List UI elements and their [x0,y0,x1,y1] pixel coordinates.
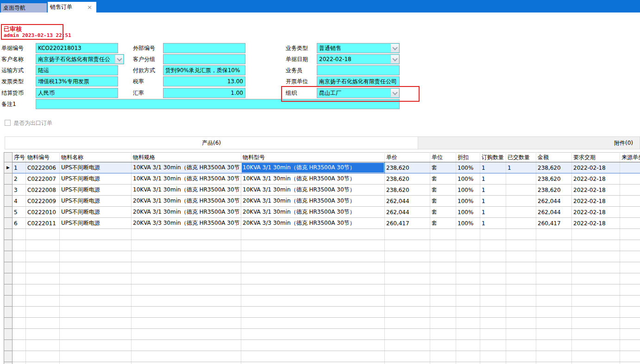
column-header[interactable]: 物料编号 [26,153,60,162]
cell-model[interactable]: 20KVA 3/3 30min（德克 HR3500A 30节） [241,218,385,229]
cell-code[interactable]: C0222011 [26,218,60,229]
doc-no-input[interactable]: KCO220218013 [36,43,118,53]
business-type-dropdown-button[interactable] [390,44,399,52]
cell-no[interactable]: 2 [13,173,26,185]
cell-unit[interactable]: 套 [430,218,456,229]
column-header[interactable]: 已交数量 [506,153,536,162]
row-selector[interactable] [4,207,13,218]
invoice-type-input[interactable]: 增值税13%专用发票 [36,76,118,86]
cell-discount[interactable]: 100% [456,196,480,207]
tab-attachments[interactable]: 附件(0) [418,136,640,149]
salesman-input[interactable] [317,65,400,75]
business-type-combo[interactable]: 普通销售 [317,43,400,53]
column-header[interactable]: 金额 [536,153,572,162]
cell-spec[interactable]: 20KVA 3/3 30min（德克 HR3500A 30节） [132,218,241,229]
cell-code[interactable]: C0222008 [26,185,60,196]
column-header[interactable]: 单价 [385,153,430,162]
cell-delivered[interactable]: 1 [506,162,536,173]
cell-name[interactable]: UPS不间断电源 [60,218,132,229]
currency-input[interactable]: 人民币 [36,88,118,98]
invoice-unit-input[interactable]: 南京扬子石化炼化有限责任公司 [317,76,400,86]
row-selector[interactable] [4,351,13,362]
row-selector[interactable] [4,284,13,296]
row-selector[interactable] [4,229,13,240]
cell-qty[interactable]: 1 [480,185,506,196]
row-selector[interactable] [4,362,13,364]
cell-delivered[interactable] [506,218,536,229]
cell-model[interactable]: 20KVA 3/1 30min（德克 HR3500A 30节） [241,207,385,218]
cell-amount[interactable]: 260,417 [536,218,572,229]
cell-source[interactable] [620,185,640,196]
exchange-rate-input[interactable]: 1.00 [163,88,245,98]
cell-due[interactable]: 2022-02-18 [572,162,620,173]
row-selector[interactable] [4,251,13,262]
cell-amount[interactable]: 262,044 [536,196,572,207]
customer-group-input[interactable] [163,54,245,64]
cell-due[interactable]: 2022-02-18 [572,173,620,185]
cell-no[interactable]: 4 [13,196,26,207]
cell-due[interactable]: 2022-02-18 [572,207,620,218]
cell-name[interactable]: UPS不间断电源 [60,185,132,196]
column-header[interactable]: 单位 [430,153,456,162]
column-header[interactable]: 来源单类 [620,153,640,162]
tab-products[interactable]: 产品(6) [5,136,418,149]
row-selector[interactable] [4,185,13,196]
cell-unit[interactable]: 套 [430,207,456,218]
row-selector[interactable] [4,318,13,329]
cell-model[interactable]: 10KVA 3/1 30min（德克 HR3500A 30节） [241,162,385,173]
column-header[interactable]: 物料型号 [241,153,385,162]
cell-source[interactable] [620,196,640,207]
cell-delivered[interactable] [506,185,536,196]
row-selector[interactable] [4,196,13,207]
cell-amount[interactable]: 262,044 [536,207,572,218]
cell-qty[interactable]: 1 [480,173,506,185]
cell-price[interactable]: 260,417 [385,218,430,229]
doc-date-dropdown-button[interactable] [390,55,399,63]
row-selector[interactable] [4,329,13,340]
cell-name[interactable]: UPS不间断电源 [60,162,132,173]
cell-no[interactable]: 5 [13,207,26,218]
cell-no[interactable]: 6 [13,218,26,229]
organization-combo[interactable]: 昆山工厂 [317,88,400,98]
transport-input[interactable]: 陆运 [36,65,118,75]
cell-delivered[interactable] [506,173,536,185]
column-header[interactable]: 要求交期 [572,153,620,162]
cell-qty[interactable]: 1 [480,218,506,229]
remark1-input[interactable] [36,99,400,109]
cell-model[interactable]: 20KVA 3/1 30min（德克 HR3500A 30节） [241,196,385,207]
cell-unit[interactable]: 套 [430,196,456,207]
cell-price[interactable]: 262,044 [385,207,430,218]
tab-sales-order[interactable]: 销售订单 × [48,2,96,12]
cell-due[interactable]: 2022-02-18 [572,185,620,196]
cell-price[interactable]: 238,620 [385,185,430,196]
cell-name[interactable]: UPS不间断电源 [60,207,132,218]
external-no-input[interactable] [163,43,245,53]
column-header[interactable]: 序号 [13,153,26,162]
row-selector[interactable] [4,262,13,273]
row-selector[interactable]: ▶ [4,162,13,173]
row-selector[interactable] [4,296,13,307]
column-header[interactable]: 物料名称 [60,153,132,162]
cell-source[interactable] [620,207,640,218]
cell-price[interactable]: 262,044 [385,196,430,207]
cell-amount[interactable]: 238,620 [536,162,572,173]
column-header[interactable]: 订购数量 [480,153,506,162]
row-selector[interactable] [4,340,13,351]
customer-name-combo[interactable]: 南京扬子石化炼化有限责任公 [36,54,124,64]
cell-code[interactable]: C0222006 [26,162,60,173]
cell-due[interactable]: 2022-02-18 [572,196,620,207]
cell-no[interactable]: 3 [13,185,26,196]
cell-code[interactable]: C0222009 [26,196,60,207]
cell-spec[interactable]: 10KVA 3/1 30min（德克 HR3500A 30节） [132,162,241,173]
row-selector[interactable] [4,173,13,185]
cell-model[interactable]: 10KVA 3/1 30min（德克 HR3500A 30节） [241,173,385,185]
cell-unit[interactable]: 套 [430,162,456,173]
row-selector[interactable] [4,273,13,284]
cell-spec[interactable]: 20KVA 3/1 30min（德克 HR3500A 30节） [132,207,241,218]
row-selector[interactable] [4,307,13,318]
cell-source[interactable] [620,218,640,229]
cell-spec[interactable]: 20KVA 3/1 30min（德克 HR3500A 30节） [132,196,241,207]
tab-desktop-navigation[interactable]: 桌面导航 [1,3,47,12]
cell-spec[interactable]: 10KVA 3/1 30min（德克 HR3500A 30节） [132,173,241,185]
cell-unit[interactable]: 套 [430,173,456,185]
